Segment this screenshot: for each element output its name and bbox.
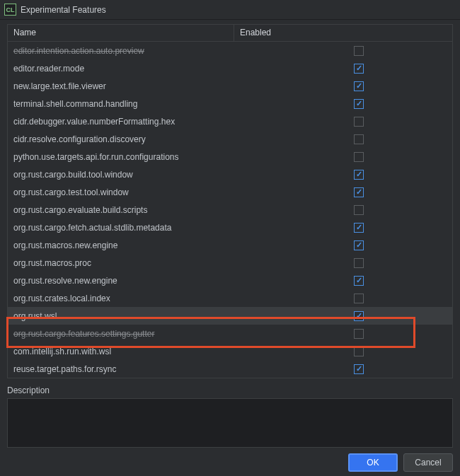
enabled-cell xyxy=(344,134,452,144)
enabled-cell xyxy=(344,329,452,339)
feature-name: cidr.resolve.configuration.discovery xyxy=(8,134,344,144)
table-row[interactable]: org.rust.macros.proc xyxy=(8,254,452,272)
feature-name: org.rust.cargo.features.settings.gutter xyxy=(8,329,344,339)
table-row[interactable]: editor.intention.action.auto.preview xyxy=(8,42,452,59)
feature-name: org.rust.resolve.new.engine xyxy=(8,276,344,286)
feature-name: new.large.text.file.viewer xyxy=(8,81,344,91)
feature-name: org.rust.wsl xyxy=(8,311,344,321)
feature-name: org.rust.cargo.evaluate.build.scripts xyxy=(8,205,344,215)
enabled-checkbox[interactable] xyxy=(354,134,364,144)
table-row[interactable]: reuse.target.paths.for.rsync xyxy=(8,360,452,378)
feature-name: terminal.shell.command.handling xyxy=(8,99,344,109)
enabled-cell xyxy=(344,258,452,268)
enabled-cell xyxy=(344,276,452,286)
table-row[interactable]: cidr.debugger.value.numberFormatting.hex xyxy=(8,112,452,130)
enabled-cell xyxy=(344,170,452,180)
table-row[interactable]: org.rust.cargo.fetch.actual.stdlib.metad… xyxy=(8,219,452,236)
enabled-checkbox[interactable] xyxy=(354,64,364,74)
enabled-cell xyxy=(344,152,452,162)
feature-name: reuse.target.paths.for.rsync xyxy=(8,364,344,374)
description-textarea[interactable] xyxy=(7,398,453,448)
enabled-cell xyxy=(344,187,452,197)
enabled-checkbox[interactable] xyxy=(354,276,364,286)
enabled-cell xyxy=(344,117,452,127)
enabled-checkbox[interactable] xyxy=(354,294,364,303)
feature-name: editor.intention.action.auto.preview xyxy=(8,46,344,56)
ok-button[interactable]: OK xyxy=(348,453,398,472)
table-row[interactable]: org.rust.wsl xyxy=(8,307,452,325)
enabled-checkbox[interactable] xyxy=(354,152,364,162)
feature-name: org.rust.macros.new.engine xyxy=(8,240,344,250)
table-row[interactable]: org.rust.resolve.new.engine xyxy=(8,272,452,289)
enabled-checkbox[interactable] xyxy=(354,187,364,197)
feature-name: com.intellij.sh.run.with.wsl xyxy=(8,347,344,356)
description-label: Description xyxy=(7,385,453,395)
enabled-checkbox[interactable] xyxy=(354,223,364,233)
feature-name: org.rust.cargo.build.tool.window xyxy=(8,170,344,180)
table-row[interactable]: org.rust.cargo.evaluate.build.scripts xyxy=(8,201,452,219)
enabled-checkbox[interactable] xyxy=(354,46,364,56)
table-row[interactable]: com.intellij.sh.run.with.wsl xyxy=(8,342,452,360)
enabled-checkbox[interactable] xyxy=(354,329,364,339)
feature-name: org.rust.macros.proc xyxy=(8,258,344,268)
enabled-checkbox[interactable] xyxy=(354,205,364,215)
button-bar: OK Cancel xyxy=(348,451,460,476)
enabled-cell xyxy=(344,347,452,356)
enabled-cell xyxy=(344,64,452,74)
enabled-cell xyxy=(344,46,452,56)
feature-name: editor.reader.mode xyxy=(8,64,344,74)
enabled-checkbox[interactable] xyxy=(354,99,364,109)
table-row[interactable]: org.rust.cargo.features.settings.gutter xyxy=(8,325,452,342)
enabled-checkbox[interactable] xyxy=(354,170,364,180)
column-header-enabled[interactable]: Enabled xyxy=(234,25,452,41)
enabled-checkbox[interactable] xyxy=(354,81,364,91)
table-row[interactable]: org.rust.crates.local.index xyxy=(8,289,452,307)
enabled-checkbox[interactable] xyxy=(354,117,364,127)
table-row[interactable]: org.rust.cargo.test.tool.window xyxy=(8,183,452,201)
feature-name: org.rust.cargo.fetch.actual.stdlib.metad… xyxy=(8,223,344,233)
enabled-cell xyxy=(344,223,452,233)
cancel-button[interactable]: Cancel xyxy=(403,453,453,472)
feature-name: python.use.targets.api.for.run.configura… xyxy=(8,152,344,162)
enabled-cell xyxy=(344,205,452,215)
table-row[interactable]: terminal.shell.command.handling xyxy=(8,95,452,112)
enabled-cell xyxy=(344,99,452,109)
table-row[interactable]: editor.reader.mode xyxy=(8,59,452,77)
enabled-checkbox[interactable] xyxy=(354,240,364,250)
titlebar: CL Experimental Features xyxy=(0,0,460,20)
table-body: editor.intention.action.auto.previewedit… xyxy=(8,42,452,378)
enabled-checkbox[interactable] xyxy=(354,258,364,268)
feature-name: cidr.debugger.value.numberFormatting.hex xyxy=(8,117,344,127)
enabled-checkbox[interactable] xyxy=(354,311,364,321)
enabled-checkbox[interactable] xyxy=(354,347,364,356)
enabled-cell xyxy=(344,240,452,250)
feature-name: org.rust.cargo.test.tool.window xyxy=(8,187,344,197)
table-row[interactable]: org.rust.cargo.build.tool.window xyxy=(8,166,452,183)
table-row[interactable]: cidr.resolve.configuration.discovery xyxy=(8,130,452,148)
enabled-cell xyxy=(344,364,452,374)
enabled-checkbox[interactable] xyxy=(354,364,364,374)
enabled-cell xyxy=(344,311,452,321)
enabled-cell xyxy=(344,81,452,91)
table-row[interactable]: new.large.text.file.viewer xyxy=(8,77,452,95)
features-table: Name Enabled editor.intention.action.aut… xyxy=(7,24,453,378)
feature-name: org.rust.crates.local.index xyxy=(8,294,344,303)
enabled-cell xyxy=(344,294,452,303)
table-row[interactable]: python.use.targets.api.for.run.configura… xyxy=(8,148,452,166)
window-title: Experimental Features xyxy=(21,5,106,15)
app-icon: CL xyxy=(4,4,16,16)
table-header: Name Enabled xyxy=(8,25,452,42)
table-row[interactable]: org.rust.macros.new.engine xyxy=(8,236,452,254)
column-header-name[interactable]: Name xyxy=(8,25,234,41)
